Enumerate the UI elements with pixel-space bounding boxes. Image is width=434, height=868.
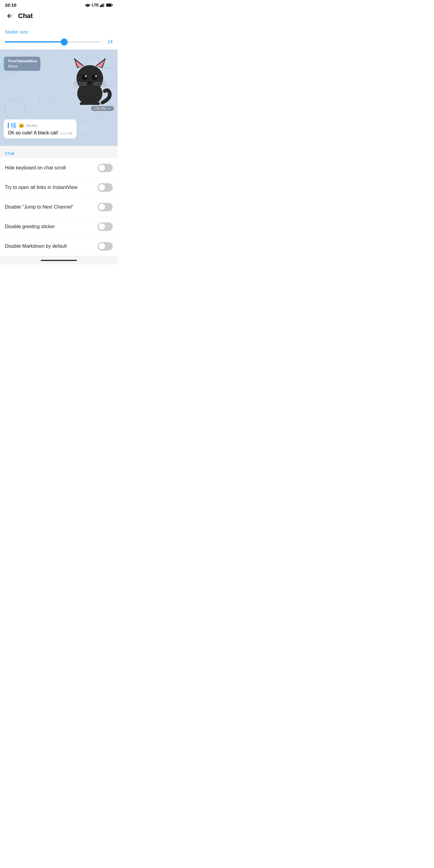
quote-char: 猫 bbox=[10, 122, 17, 128]
status-bar: 10:10 LTE bbox=[0, 0, 118, 9]
svg-point-16 bbox=[77, 120, 92, 135]
svg-rect-0 bbox=[100, 5, 101, 7]
sender-label: FiveYellowMice Meow bbox=[4, 57, 40, 71]
toggle-thumb-0 bbox=[98, 164, 105, 171]
slider-fill bbox=[5, 41, 64, 42]
svg-rect-3 bbox=[104, 3, 104, 7]
toggle-thumb-4 bbox=[98, 243, 105, 250]
svg-point-10 bbox=[55, 50, 66, 61]
settings-section: Chat Hide keyboard on chat scroll Try to… bbox=[0, 146, 118, 256]
svg-point-31 bbox=[88, 82, 91, 83]
received-time: 5:14 PM bbox=[60, 132, 72, 135]
settings-item-jump-to-channel: Disable "Jump to Next Channel" bbox=[0, 197, 118, 217]
quote-content: 猫 🐱 Sticker bbox=[10, 122, 38, 128]
status-icons: LTE bbox=[85, 3, 113, 7]
received-text-row: Oh so cute! A black cat! 5:14 PM bbox=[8, 130, 72, 135]
settings-item-label-2: Disable "Jump to Next Channel" bbox=[5, 204, 98, 210]
chat-preview: FiveYellowMice Meow bbox=[0, 50, 118, 146]
settings-item-instantview: Try to open all links in InstantView bbox=[0, 178, 118, 197]
settings-item-label-3: Disable greeting sticker bbox=[5, 224, 98, 229]
cat-sticker bbox=[66, 57, 114, 105]
bottom-bar bbox=[0, 256, 118, 265]
sticker-message: 4:53 PM bbox=[66, 57, 114, 111]
toggle-instantview[interactable] bbox=[98, 183, 113, 192]
sender-sub: Meow bbox=[8, 64, 37, 69]
toggle-greeting-sticker[interactable] bbox=[98, 222, 113, 231]
lte-label: LTE bbox=[92, 3, 99, 7]
quote-block: 猫 🐱 Sticker bbox=[8, 122, 72, 128]
sticker-size-label: Sticker size bbox=[0, 24, 118, 37]
svg-point-30 bbox=[95, 75, 97, 77]
wifi-icon bbox=[85, 3, 90, 7]
received-text: Oh so cute! A black cat! bbox=[8, 130, 58, 135]
page-title: Chat bbox=[18, 12, 33, 20]
received-bubble: 猫 🐱 Sticker Oh so cute! A black cat! 5:1… bbox=[4, 119, 76, 138]
toggle-markdown[interactable] bbox=[98, 242, 113, 250]
status-time: 10:10 bbox=[5, 2, 16, 7]
toggle-thumb-3 bbox=[98, 223, 105, 230]
svg-point-28 bbox=[92, 74, 98, 80]
toggle-hide-keyboard[interactable] bbox=[98, 164, 113, 172]
toggle-jump-to-channel[interactable] bbox=[98, 203, 113, 211]
sender-name: FiveYellowMice bbox=[8, 59, 37, 64]
svg-point-27 bbox=[82, 74, 87, 80]
back-button[interactable] bbox=[5, 11, 14, 21]
settings-item-markdown: Disable Markdown by default bbox=[0, 237, 118, 256]
battery-icon bbox=[106, 3, 113, 7]
settings-item-hide-keyboard: Hide keyboard on chat scroll bbox=[0, 158, 118, 178]
svg-point-14 bbox=[39, 95, 51, 107]
settings-item-greeting-sticker: Disable greeting sticker bbox=[0, 217, 118, 237]
svg-rect-1 bbox=[101, 4, 102, 7]
double-check-icon bbox=[107, 107, 112, 110]
sticker-size-slider-row: 14 bbox=[0, 37, 118, 50]
header: Chat bbox=[0, 9, 118, 24]
svg-point-13 bbox=[4, 99, 26, 120]
settings-item-label-0: Hide keyboard on chat scroll bbox=[5, 165, 98, 170]
svg-rect-2 bbox=[102, 4, 103, 7]
signal-icon bbox=[100, 3, 105, 7]
slider-value: 14 bbox=[104, 39, 113, 44]
slider-thumb[interactable] bbox=[61, 38, 67, 45]
quote-sticker-label: 🐱 Sticker bbox=[19, 123, 38, 128]
settings-item-label-1: Try to open all links in InstantView bbox=[5, 185, 98, 190]
slider-track[interactable] bbox=[5, 41, 101, 42]
toggle-thumb-2 bbox=[98, 204, 105, 210]
sticker-time: 4:53 PM bbox=[91, 106, 114, 111]
toggle-thumb-1 bbox=[98, 184, 105, 191]
svg-point-29 bbox=[85, 75, 87, 77]
svg-rect-5 bbox=[106, 4, 111, 6]
settings-item-label-4: Disable Markdown by default bbox=[5, 244, 98, 249]
home-indicator bbox=[41, 260, 77, 261]
settings-section-label: Chat bbox=[0, 146, 118, 158]
svg-rect-6 bbox=[112, 4, 113, 5]
svg-point-22 bbox=[76, 65, 103, 92]
